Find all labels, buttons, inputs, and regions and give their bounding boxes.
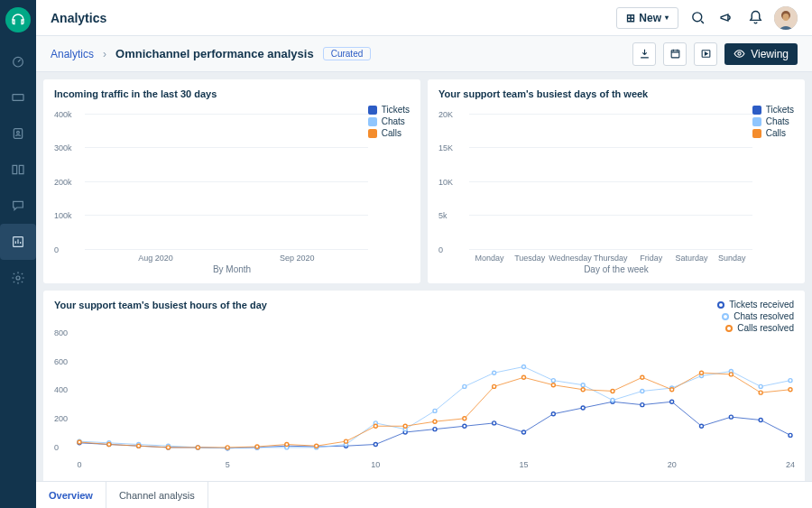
page-title: Analytics	[51, 11, 616, 25]
svg-point-57	[641, 389, 644, 393]
plus-icon: ⊞	[626, 12, 635, 24]
svg-point-70	[285, 443, 289, 447]
legend: Tickets receivedChats resolvedCalls reso…	[717, 300, 794, 333]
curated-pill: Curated	[323, 47, 372, 60]
svg-point-29	[551, 412, 555, 416]
breadcrumb-root[interactable]: Analytics	[51, 48, 94, 60]
legend-item: Calls	[752, 128, 794, 138]
svg-point-72	[345, 439, 348, 443]
svg-point-53	[522, 365, 526, 368]
legend-item: Tickets	[368, 105, 410, 115]
svg-point-50	[433, 409, 437, 412]
brand-icon[interactable]	[5, 7, 31, 32]
svg-point-77	[493, 384, 496, 388]
legend-item: Tickets received	[717, 300, 794, 309]
nav-settings-icon[interactable]	[0, 260, 36, 296]
viewing-button[interactable]: Viewing	[724, 43, 798, 65]
svg-point-76	[463, 417, 466, 420]
new-button[interactable]: ⊞ New ▾	[616, 7, 678, 29]
legend: TicketsChatsCalls	[368, 105, 410, 263]
nav-kb-icon[interactable]	[0, 152, 36, 188]
svg-point-32	[641, 403, 644, 407]
svg-point-66	[167, 446, 171, 449]
svg-point-35	[729, 415, 733, 419]
legend-item: Tickets	[752, 105, 794, 115]
search-icon[interactable]	[687, 8, 707, 28]
breadcrumb-page: Omnichannel performance analysis	[115, 47, 314, 60]
svg-point-27	[493, 421, 496, 425]
svg-point-25	[433, 428, 437, 431]
svg-point-23	[374, 443, 377, 447]
svg-point-81	[611, 389, 614, 393]
svg-point-9	[783, 14, 789, 21]
bell-icon[interactable]	[745, 8, 765, 28]
nav-chat-icon[interactable]	[0, 188, 36, 224]
svg-point-75	[433, 420, 437, 423]
bottom-tabs: Overview Channel analysis	[36, 481, 812, 508]
svg-point-63	[78, 440, 81, 444]
svg-rect-10	[671, 51, 679, 58]
svg-point-36	[759, 419, 762, 422]
avatar[interactable]	[774, 6, 798, 30]
legend-item: Chats	[752, 116, 794, 126]
topbar: Analytics ⊞ New ▾	[36, 0, 812, 36]
svg-point-55	[581, 383, 585, 387]
svg-point-51	[463, 384, 466, 388]
legend-item: Chats	[368, 116, 410, 126]
sidebar	[0, 0, 36, 508]
legend-item: Calls	[368, 128, 410, 138]
svg-point-26	[463, 424, 466, 428]
breadcrumb-bar: Analytics › Omnichannel performance anal…	[36, 36, 812, 72]
x-axis-label: By Month	[54, 264, 410, 274]
legend-item: Chats resolved	[722, 311, 794, 321]
svg-point-6	[692, 13, 701, 22]
chart-title: Incoming traffic in the last 30 days	[54, 88, 410, 99]
svg-point-12	[738, 52, 741, 55]
chevron-down-icon: ▾	[665, 14, 669, 22]
svg-point-87	[789, 388, 792, 392]
legend-item: Calls resolved	[725, 323, 794, 333]
viewing-label: Viewing	[751, 48, 789, 60]
svg-point-52	[493, 371, 496, 374]
svg-point-67	[196, 446, 199, 449]
svg-point-86	[759, 391, 762, 394]
eye-icon	[734, 48, 745, 60]
svg-point-65	[137, 444, 141, 448]
svg-point-80	[581, 388, 585, 392]
chart-incoming-traffic: Incoming traffic in the last 30 days 010…	[43, 79, 420, 283]
x-axis-label: Day of the week	[438, 264, 794, 274]
svg-point-79	[551, 383, 555, 387]
svg-point-82	[641, 375, 644, 379]
svg-point-62	[789, 379, 792, 383]
megaphone-icon[interactable]	[716, 8, 736, 28]
nav-contacts-icon[interactable]	[0, 115, 36, 152]
tab-channel-analysis[interactable]: Channel analysis	[106, 482, 208, 508]
svg-point-54	[551, 379, 555, 383]
svg-point-68	[226, 446, 229, 449]
legend: TicketsChatsCalls	[752, 105, 794, 263]
calendar-icon[interactable]	[663, 42, 687, 66]
svg-point-33	[670, 400, 674, 403]
nav-analytics-icon[interactable]	[0, 224, 36, 260]
svg-point-71	[315, 444, 318, 448]
svg-point-5	[16, 276, 20, 280]
svg-point-37	[789, 433, 792, 437]
tab-overview[interactable]: Overview	[36, 482, 106, 508]
present-icon[interactable]	[694, 42, 717, 66]
svg-point-64	[107, 443, 111, 447]
svg-point-83	[670, 388, 674, 392]
svg-point-56	[611, 399, 614, 402]
svg-point-74	[403, 424, 407, 428]
svg-point-30	[581, 406, 585, 410]
svg-point-28	[522, 430, 526, 434]
chart-title: Your support team's busiest days of th w…	[438, 88, 794, 99]
svg-point-73	[374, 424, 377, 428]
chevron-right-icon: ›	[103, 48, 106, 60]
download-icon[interactable]	[632, 42, 656, 66]
chart-busiest-days: Your support team's busiest days of th w…	[428, 79, 805, 283]
svg-point-78	[522, 375, 526, 379]
svg-point-61	[759, 384, 762, 388]
chart-busiest-hours: Your support team's busiest hours of the…	[43, 291, 805, 501]
nav-gauge-icon[interactable]	[0, 43, 36, 79]
nav-tickets-icon[interactable]	[0, 79, 36, 115]
